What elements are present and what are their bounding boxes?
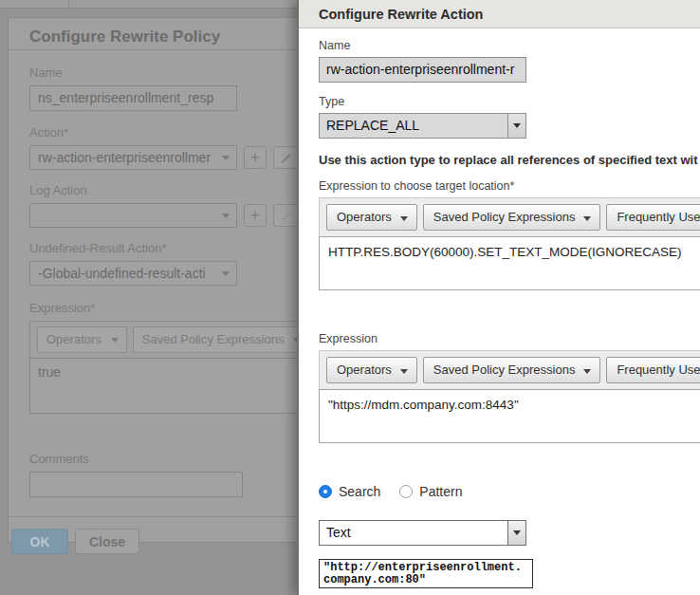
- policy-logaction-edit-button: [273, 204, 299, 227]
- action-type-value: REPLACE_ALL: [326, 118, 419, 133]
- chevron-down-icon: [400, 216, 408, 221]
- policy-action-value: rw-action-enterpriseenrollmer: [38, 150, 211, 165]
- plus-icon: +: [250, 148, 260, 167]
- saved-policy-expressions-dropdown[interactable]: Saved Policy Expressions: [133, 326, 310, 353]
- chevron-down-icon: [507, 521, 525, 545]
- action-type-label: Type: [319, 95, 700, 108]
- chevron-down-icon: [111, 338, 119, 343]
- operators-label: Operators: [337, 210, 392, 224]
- policy-logaction-add-button[interactable]: +: [244, 204, 267, 227]
- pencil-icon: [279, 209, 293, 223]
- chevron-down-icon: [400, 369, 408, 374]
- radio-unselected-icon[interactable]: [399, 485, 413, 498]
- search-type-select[interactable]: Text: [319, 520, 526, 546]
- frequently-used-label: Frequently Used: [617, 210, 700, 224]
- operators-label: Operators: [46, 332, 101, 346]
- frequently-used-dropdown[interactable]: Frequently Used: [606, 357, 700, 383]
- policy-name-label: Name: [29, 65, 333, 80]
- operators-dropdown[interactable]: Operators: [326, 357, 417, 383]
- rewrite-policy-panel: Configure Rewrite Policy Name ns_enterpr…: [8, 17, 334, 543]
- policy-comments-label: Comments: [29, 452, 333, 466]
- policy-undefined-select[interactable]: -Global-undefined-result-acti: [29, 261, 237, 286]
- action-name-label: Name: [319, 39, 700, 52]
- policy-undefined-value: -Global-undefined-result-acti: [38, 266, 206, 281]
- chevron-down-icon: [583, 369, 591, 374]
- policy-logaction-row: +: [29, 203, 333, 228]
- policy-comments-input[interactable]: [29, 472, 243, 497]
- tab-divider: [68, 0, 69, 9]
- policy-logaction-label: Log Action: [29, 183, 333, 197]
- pattern-radio-label: Pattern: [419, 484, 462, 499]
- policy-name-input[interactable]: ns_enterpriseenrollment_resp: [29, 85, 237, 111]
- action-type-help-text: Use this action type to replace all refe…: [319, 153, 700, 167]
- search-type-value: Text: [326, 525, 351, 540]
- policy-action-edit-button[interactable]: [273, 146, 299, 169]
- pencil-icon: [279, 151, 293, 165]
- search-radio-label: Search: [339, 484, 380, 499]
- saved-policy-expressions-dropdown[interactable]: Saved Policy Expressions: [423, 204, 601, 231]
- rewrite-action-modal: Configure Rewrite Action Name rw-action-…: [297, 0, 700, 595]
- policy-logaction-select[interactable]: [29, 203, 237, 228]
- policy-expression-toolbar: Operators Saved Policy Expressions: [29, 321, 342, 359]
- policy-panel-title: Configure Rewrite Policy: [29, 28, 333, 46]
- policy-expression-textarea[interactable]: true: [29, 358, 342, 414]
- policy-action-label: Action*: [29, 125, 333, 139]
- target-expression-textarea[interactable]: HTTP.RES.BODY(60000).SET_TEXT_MODE(IGNOR…: [319, 236, 700, 290]
- policy-undefined-label: Undefined-Result Action*: [29, 241, 333, 255]
- plus-icon: +: [250, 206, 260, 225]
- operators-dropdown[interactable]: Operators: [37, 326, 127, 353]
- action-name-input[interactable]: rw-action-enterpriseenrollment-r: [319, 57, 526, 83]
- saved-policy-expressions-label: Saved Policy Expressions: [433, 210, 576, 224]
- action-modal-header: Configure Rewrite Action: [299, 0, 700, 28]
- screen: Configure Rewrite Policy Name ns_enterpr…: [0, 0, 700, 595]
- operators-label: Operators: [337, 363, 392, 377]
- saved-policy-expressions-label: Saved Policy Expressions: [433, 363, 576, 377]
- search-pattern-radio-group: Search Pattern: [319, 484, 700, 499]
- search-text-input[interactable]: "http://enterpriseenrollment.company.com…: [319, 559, 533, 588]
- saved-policy-expressions-dropdown[interactable]: Saved Policy Expressions: [423, 357, 601, 383]
- policy-action-select[interactable]: rw-action-enterpriseenrollmer: [29, 145, 237, 170]
- target-expression-label: Expression to choose target location*: [319, 179, 700, 193]
- search-radio-option[interactable]: Search: [319, 484, 380, 499]
- tab-strip: [0, 0, 297, 9]
- policy-panel-body: Name ns_enterpriseenrollment_resp Action…: [9, 50, 333, 554]
- operators-dropdown[interactable]: Operators: [326, 204, 417, 231]
- policy-expression-label: Expression*: [29, 301, 333, 315]
- chevron-down-icon: [583, 216, 591, 221]
- frequently-used-dropdown[interactable]: Frequently Used: [606, 204, 700, 231]
- policy-panel-footer: OK Close: [9, 517, 312, 554]
- chevron-down-icon: [222, 214, 230, 218]
- policy-panel-header: Configure Rewrite Policy: [9, 18, 333, 50]
- action-type-select[interactable]: REPLACE_ALL: [319, 113, 526, 139]
- policy-action-row: rw-action-enterpriseenrollmer +: [29, 145, 333, 170]
- saved-policy-expressions-label: Saved Policy Expressions: [142, 332, 285, 346]
- chevron-down-icon: [222, 156, 230, 160]
- target-expression-toolbar: Operators Saved Policy Expressions Frequ…: [319, 197, 700, 237]
- chevron-down-icon: [222, 271, 230, 276]
- close-button[interactable]: Close: [75, 529, 139, 554]
- frequently-used-label: Frequently Used: [617, 363, 700, 377]
- expression-textarea[interactable]: "https://mdm.company.com:8443": [319, 389, 700, 443]
- chevron-down-icon: [507, 114, 525, 138]
- radio-selected-icon[interactable]: [319, 485, 332, 498]
- pattern-radio-option[interactable]: Pattern: [399, 484, 462, 499]
- ok-button[interactable]: OK: [11, 529, 68, 554]
- expression-toolbar: Operators Saved Policy Expressions Frequ…: [319, 350, 700, 390]
- policy-action-add-button[interactable]: +: [244, 146, 267, 169]
- action-modal-body: Name rw-action-enterpriseenrollment-r Ty…: [299, 28, 700, 588]
- expression-label: Expression: [319, 332, 700, 345]
- action-modal-title: Configure Rewrite Action: [319, 7, 483, 22]
